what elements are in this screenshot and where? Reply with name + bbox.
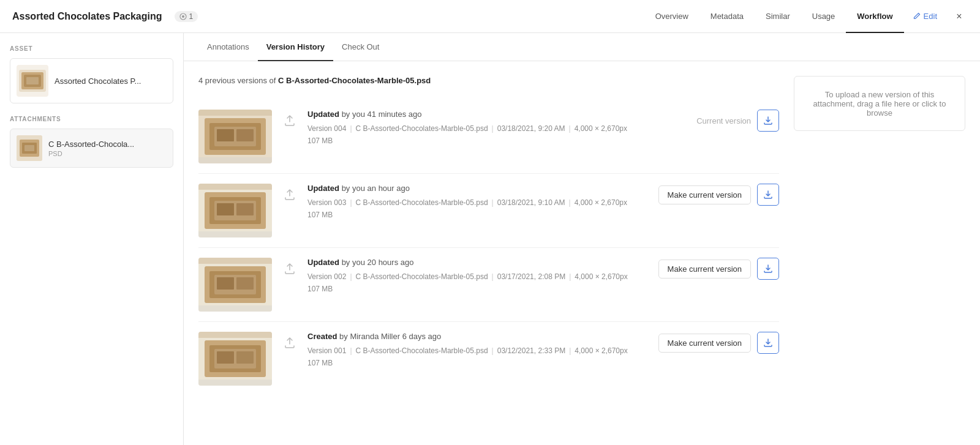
- version-image-v1: [198, 332, 272, 386]
- version-actions-v3: Make current version: [649, 184, 779, 206]
- download-button-v2[interactable]: [757, 258, 779, 280]
- asset-card[interactable]: Assorted Chocolates P...: [10, 58, 173, 103]
- version-meta: Version 001|C B-Assorted-Chocolates-Marb…: [307, 345, 639, 370]
- version-details-v2: Updated by you 20 hours ago Version 002|…: [307, 258, 639, 296]
- tab-annotations[interactable]: Annotations: [198, 34, 258, 61]
- download-icon: [764, 264, 772, 273]
- version-item: Updated by you 20 hours ago Version 002|…: [198, 248, 779, 322]
- svg-rect-9: [24, 145, 34, 151]
- asset-section-label: ASSET: [10, 45, 173, 52]
- svg-rect-32: [236, 277, 254, 290]
- tab-overview[interactable]: Overview: [644, 1, 699, 33]
- version-meta: Version 003|C B-Assorted-Chocolates-Marb…: [307, 196, 639, 222]
- main-nav: Overview Metadata Similar Usage Workflow: [644, 0, 904, 32]
- tab-check-out[interactable]: Check Out: [333, 34, 388, 61]
- content-panel: Annotations Version History Check Out 4 …: [184, 33, 980, 445]
- versions-area: 4 previous versions of C B-Assorted-Choc…: [198, 76, 779, 430]
- page-title: Assorted Chocolates Packaging: [12, 11, 162, 22]
- svg-rect-24: [236, 203, 254, 215]
- svg-rect-27: [198, 258, 272, 264]
- svg-rect-23: [217, 203, 234, 215]
- version-image-v4: [198, 110, 272, 163]
- attachment-thumbnail: [17, 135, 42, 161]
- version-thumb-v3: [198, 184, 272, 237]
- version-details-v1: Created by Miranda Miller 6 days ago Ver…: [307, 332, 639, 370]
- tab-usage[interactable]: Usage: [801, 1, 846, 33]
- version-actions-v1: Make current version: [649, 332, 779, 354]
- versions-header: 4 previous versions of C B-Assorted-Choc…: [198, 76, 779, 85]
- upload-arrow-icon: [284, 187, 296, 201]
- close-button[interactable]: ×: [951, 8, 968, 25]
- upload-zone[interactable]: To upload a new version of this attachme…: [794, 76, 965, 131]
- svg-rect-31: [217, 277, 234, 290]
- tab-version-history[interactable]: Version History: [258, 34, 333, 61]
- make-current-button-v2[interactable]: Make current version: [658, 260, 751, 279]
- upload-icon-v4: [282, 112, 298, 128]
- version-action: Updated by you 41 minutes ago: [307, 110, 677, 119]
- attachment-info: C B-Assorted-Chocola... PSD: [48, 140, 134, 157]
- svg-rect-11: [198, 110, 272, 116]
- attachments-section-label: ATTACHMENTS: [10, 116, 173, 122]
- version-details-v3: Updated by you an hour ago Version 003|C…: [307, 184, 639, 222]
- main-layout: ASSET Assorted Chocolates P... ATTACHMEN…: [0, 33, 980, 445]
- version-thumbnail: [198, 110, 272, 163]
- svg-rect-39: [217, 351, 234, 364]
- upload-icon-v1: [282, 334, 298, 350]
- version-action: Updated by you an hour ago: [307, 184, 639, 193]
- download-button-v3[interactable]: [757, 184, 779, 206]
- version-thumbnail: [198, 258, 272, 312]
- download-icon: [764, 338, 772, 347]
- make-current-button-v1[interactable]: Make current version: [658, 334, 751, 353]
- svg-rect-35: [198, 332, 272, 338]
- attachment-name: C B-Assorted-Chocola...: [48, 140, 134, 149]
- svg-rect-33: [198, 305, 272, 312]
- upload-arrow-icon: [284, 113, 296, 127]
- version-badge: 1: [175, 11, 198, 22]
- version-thumb-v2: [198, 258, 272, 312]
- version-image-v2: [198, 258, 272, 312]
- upload-arrow-icon: [284, 261, 296, 275]
- version-item: Created by Miranda Miller 6 days ago Ver…: [198, 322, 779, 395]
- version-thumb-v1: [198, 332, 272, 386]
- svg-rect-5: [26, 77, 39, 84]
- content-body: 4 previous versions of C B-Assorted-Choc…: [184, 61, 980, 445]
- tab-workflow[interactable]: Workflow: [846, 1, 903, 33]
- asset-name: Assorted Chocolates P...: [55, 77, 141, 86]
- svg-rect-17: [198, 157, 272, 163]
- version-actions-v2: Make current version: [649, 258, 779, 280]
- svg-rect-41: [198, 380, 272, 386]
- tab-metadata[interactable]: Metadata: [699, 1, 755, 33]
- attachment-thumb-image: [17, 135, 42, 161]
- attachment-type: PSD: [48, 150, 134, 157]
- edit-button[interactable]: Edit: [904, 12, 946, 21]
- version-thumbnail: [198, 184, 272, 237]
- version-meta: Version 002|C B-Assorted-Chocolates-Marb…: [307, 271, 639, 296]
- download-icon: [764, 190, 772, 199]
- download-button-v4[interactable]: [757, 110, 779, 132]
- version-action: Created by Miranda Miller 6 days ago: [307, 332, 639, 341]
- version-item: Updated by you 41 minutes ago Version 00…: [198, 100, 779, 174]
- layers-icon: [179, 13, 187, 20]
- app-header: Assorted Chocolates Packaging 1 Overview…: [0, 0, 980, 33]
- version-details-v4: Updated by you 41 minutes ago Version 00…: [307, 110, 677, 148]
- version-thumbnail: [198, 332, 272, 386]
- version-meta: Version 004|C B-Assorted-Chocolates-Marb…: [307, 122, 677, 148]
- version-thumb-v4: [198, 110, 272, 163]
- download-button-v1[interactable]: [757, 332, 779, 354]
- sidebar: ASSET Assorted Chocolates P... ATTACHMEN…: [0, 33, 184, 445]
- content-tabs: Annotations Version History Check Out: [184, 33, 980, 61]
- asset-thumb-image: [19, 70, 46, 92]
- current-version-label: Current version: [696, 116, 751, 125]
- make-current-button-v3[interactable]: Make current version: [658, 185, 751, 204]
- tab-similar[interactable]: Similar: [755, 1, 801, 33]
- version-item: Updated by you an hour ago Version 003|C…: [198, 174, 779, 248]
- version-actions-v4: Current version: [687, 110, 779, 132]
- asset-thumbnail: [17, 65, 48, 97]
- upload-arrow-icon: [284, 335, 296, 349]
- svg-rect-40: [236, 351, 254, 364]
- attachment-card[interactable]: C B-Assorted-Chocola... PSD: [10, 129, 173, 168]
- edit-icon: [913, 12, 921, 20]
- svg-rect-15: [217, 129, 234, 141]
- version-image-v3: [198, 184, 272, 237]
- upload-icon-v3: [282, 186, 298, 202]
